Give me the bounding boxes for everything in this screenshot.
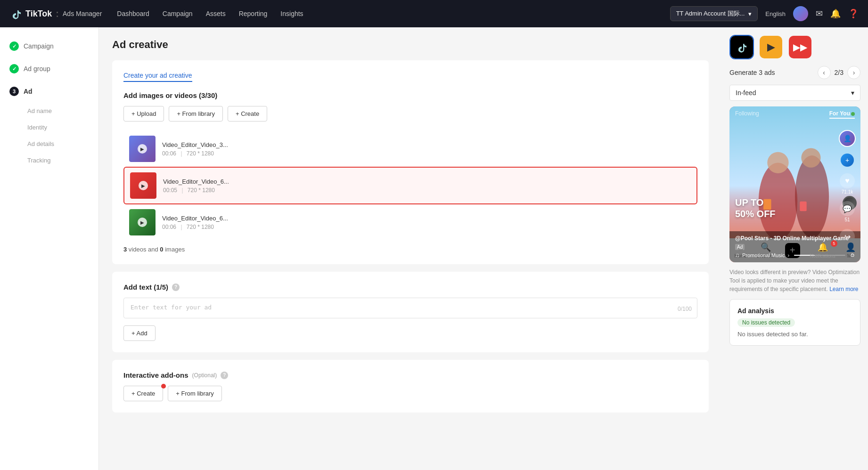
media-buttons: + Upload + From library + Create: [123, 106, 697, 122]
add-text-button[interactable]: + Add: [123, 325, 156, 341]
interactive-help-icon[interactable]: ?: [221, 372, 228, 379]
learn-more-link[interactable]: Learn more: [829, 286, 858, 292]
profile-plus-icon: +: [841, 154, 854, 167]
video-thumb-2: ▶: [130, 172, 156, 199]
image-count: 0: [160, 246, 163, 253]
following-tab[interactable]: Following: [735, 110, 759, 119]
promo-text: UP TO 50% OFF: [735, 197, 776, 219]
video-thumb-3: ▶: [129, 209, 156, 235]
create-button[interactable]: + Create: [228, 106, 267, 122]
comment-count: 51: [844, 217, 850, 222]
video-meta-3: 00:06 | 720 * 1280: [162, 224, 692, 230]
campaign-step-indicator: ✓: [9, 41, 19, 51]
ad-analysis-card: Ad analysis No issues detected No issues…: [729, 299, 860, 346]
sidebar-sub-identity[interactable]: Identity: [0, 119, 98, 136]
add-text-card: Add text (1/5) ? 0/100 + Add: [112, 272, 709, 352]
nav-assets[interactable]: Assets: [206, 8, 226, 19]
play-icon-2: ▶: [139, 181, 148, 190]
main-content: Ad creative Create your ad creative Add …: [99, 27, 722, 470]
add-media-title: Add images or videos (3/30): [123, 91, 697, 99]
interactive-buttons-wrap: + Create + From library: [123, 386, 697, 401]
account-name: TT Admin Account 国际...: [676, 9, 745, 18]
text-help-icon[interactable]: ?: [172, 284, 180, 291]
ad-text-input[interactable]: [123, 298, 697, 318]
account-name: @Pool Stars - 3D Online Multiplayer Game: [735, 235, 855, 242]
video-item-2[interactable]: ▶ Video_Editor_Video_6... 00:05 | 720 * …: [123, 167, 697, 204]
generate-ads-label: Generate 3 ads: [729, 69, 775, 76]
add-text-title: Add text (1/5) ?: [123, 283, 697, 291]
next-ad-button[interactable]: ›: [847, 66, 860, 79]
from-library-button[interactable]: + From library: [169, 106, 223, 122]
video-thumb-1: ▶: [129, 136, 156, 162]
language-selector[interactable]: English: [765, 10, 786, 17]
music-label: Promotional Music: [742, 252, 785, 258]
sidebar-item-adgroup[interactable]: ✓ Ad group: [0, 57, 98, 80]
app-icon-tiktok[interactable]: [729, 35, 754, 59]
ad-counter: 2/3: [835, 69, 843, 76]
nav-links: Dashboard Campaign Assets Reporting Insi…: [117, 8, 655, 19]
video-name-1: Video_Editor_Video_3...: [162, 141, 692, 148]
play-icon-3: ▶: [138, 218, 147, 227]
nav-campaign[interactable]: Campaign: [163, 8, 193, 19]
sidebar-sub-tracking[interactable]: Tracking: [0, 152, 98, 169]
video-info-1: Video_Editor_Video_3... 00:06 | 720 * 12…: [162, 141, 692, 157]
nav-dashboard[interactable]: Dashboard: [117, 8, 149, 19]
right-panel: ▶ ▶▶ Generate 3 ads ‹ 2/3 › In-feed: [722, 27, 868, 470]
sidebar-sub-adname[interactable]: Ad name: [0, 103, 98, 119]
for-you-tab[interactable]: For You: [829, 110, 855, 119]
phone-header: Following For You: [729, 106, 860, 122]
video-info-3: Video_Editor_Video_6... 00:06 | 720 * 12…: [162, 215, 692, 230]
share-action: ↪ 232: [840, 229, 855, 238]
account-selector[interactable]: TT Admin Account 国际... ▾: [670, 6, 758, 21]
notifications-icon[interactable]: 🔔: [830, 8, 841, 19]
phone-image-area: UP TO 50% OFF 👤 + ♥ 71.1k 💬 51: [729, 106, 860, 238]
nav-right: TT Admin Account 国际... ▾ English ✉ 🔔 ❓: [670, 6, 859, 21]
text-input-wrap: 0/100: [123, 298, 697, 320]
adgroup-step-indicator: ✓: [9, 64, 19, 73]
top-navigation: TikTok : Ads Manager Dashboard Campaign …: [0, 0, 868, 27]
preview-nav: ‹ 2/3 ›: [818, 66, 860, 79]
interactive-from-library-button[interactable]: + From library: [168, 386, 222, 401]
sidebar-label-ad: Ad: [24, 88, 33, 95]
interactive-title: Interactive add-ons (Optional) ?: [123, 371, 697, 379]
upload-button[interactable]: + Upload: [123, 106, 164, 122]
music-bar: ♫ Promotional Music › ⚙: [735, 252, 855, 259]
app-icon-pangle[interactable]: ▶: [759, 35, 783, 59]
like-count: 71.1k: [842, 189, 853, 194]
nav-insights[interactable]: Insights: [280, 8, 303, 19]
placement-selector[interactable]: In-feed ▾: [729, 85, 860, 101]
placement-chevron: ▾: [851, 89, 854, 97]
video-name-2: Video_Editor_Video_6...: [163, 178, 691, 185]
app-icon-rednote[interactable]: ▶▶: [788, 35, 812, 59]
notifications-icon: 🔔: [818, 242, 828, 252]
sidebar-sub-addetails[interactable]: Ad details: [0, 136, 98, 152]
sidebar-item-ad[interactable]: 3 Ad: [0, 80, 98, 103]
video-info-2: Video_Editor_Video_6... 00:05 | 720 * 12…: [163, 178, 691, 194]
video-name-3: Video_Editor_Video_6...: [162, 215, 692, 222]
video-item-1[interactable]: ▶ Video_Editor_Video_3... 00:06 | 720 * …: [123, 131, 697, 167]
interactive-create-button[interactable]: + Create: [123, 386, 163, 401]
nav-reporting[interactable]: Reporting: [239, 8, 268, 19]
char-count: 0/100: [678, 306, 692, 312]
svg-point-6: [801, 148, 820, 168]
messages-icon[interactable]: ✉: [816, 8, 823, 19]
prev-ad-button[interactable]: ‹: [818, 66, 831, 79]
help-icon[interactable]: ❓: [848, 8, 859, 19]
user-avatar[interactable]: [793, 6, 808, 21]
sidebar-item-campaign[interactable]: ✓ Campaign: [0, 35, 98, 57]
create-ad-creative-tab[interactable]: Create your ad creative: [123, 72, 192, 82]
phone-right-actions: 👤 + ♥ 71.1k 💬 51 ↪ 232: [839, 130, 856, 238]
comment-action: 💬 51: [840, 201, 855, 222]
red-dot-indicator: [161, 384, 166, 389]
phone-nav-notifications[interactable]: 🔔 5 Notifications: [810, 242, 835, 259]
profile-avatar: 👤: [839, 130, 856, 147]
sidebar-label-campaign: Campaign: [24, 42, 54, 50]
svg-point-4: [795, 155, 829, 238]
interactive-addons-card: Interactive add-ons (Optional) ? + Creat…: [112, 360, 709, 413]
like-icon: ♥: [840, 173, 855, 188]
svg-point-5: [767, 152, 788, 173]
sidebar-label-adgroup: Ad group: [24, 65, 50, 73]
video-item-3[interactable]: ▶ Video_Editor_Video_6... 00:06 | 720 * …: [123, 204, 697, 240]
logo-tiktok: TikTok: [25, 9, 52, 19]
page-title: Ad creative: [112, 39, 709, 51]
